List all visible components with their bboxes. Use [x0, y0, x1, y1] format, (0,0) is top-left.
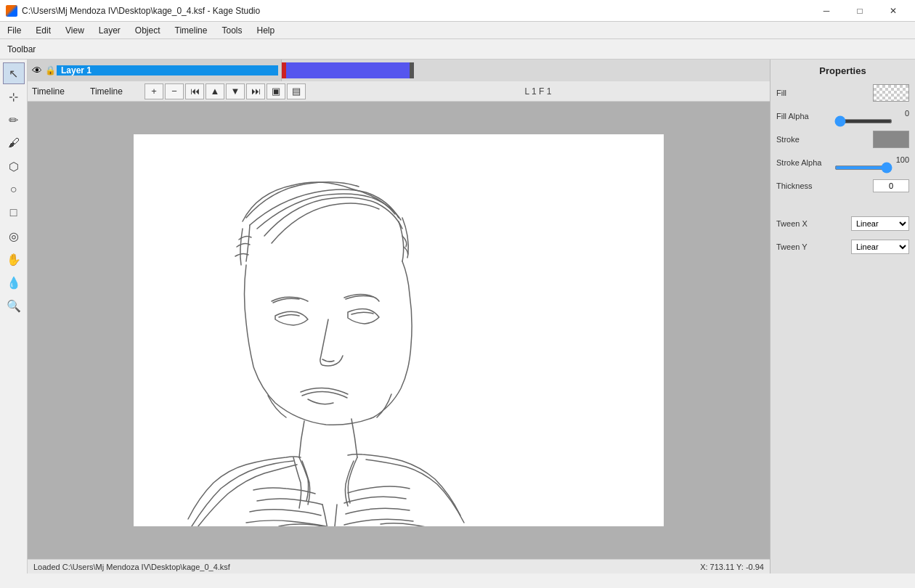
tween-x-select[interactable]: Linear Ease In Ease Out Ease In Out None [851, 216, 909, 231]
maximize-button[interactable]: □ [844, 0, 876, 22]
timeline-label: Timeline [28, 86, 86, 97]
stroke-alpha-slider[interactable] [834, 166, 892, 170]
stroke-alpha-label: Stroke Alpha [776, 158, 834, 167]
tween-y-label: Tween Y [776, 242, 834, 251]
fill-alpha-label: Fill Alpha [776, 112, 834, 121]
frame-marker [410, 62, 414, 78]
toolbar-label: Toolbar [3, 43, 40, 56]
tween-y-select[interactable]: Linear Ease In Ease Out Ease In Out None [851, 240, 909, 254]
menu-item-edit[interactable]: Edit [28, 22, 58, 38]
close-button[interactable]: ✕ [877, 0, 909, 22]
eyedropper-tool[interactable]: 💧 [3, 271, 25, 293]
tween-x-row: Tween X Linear Ease In Ease Out Ease In … [776, 214, 909, 233]
select-tool[interactable]: ↖ [3, 62, 25, 84]
timeline-controls: Timeline Timeline+−⏮▲▼⏭▣▤L 1 F 1 [28, 81, 770, 102]
layer-header: 👁 🔒 Layer 1 [28, 60, 282, 81]
prev-frame-btn[interactable]: ▲ [206, 83, 224, 99]
main-layout: ↖⊹✏🖌⬡○□◎✋💧🔍 👁 🔒 Layer 1 Timeline Timelin… [0, 60, 915, 573]
menu-item-tools[interactable]: Tools [214, 22, 249, 38]
canvas-area[interactable] [28, 102, 770, 559]
hand-tool[interactable]: ✋ [3, 248, 25, 270]
bucket-tool[interactable]: ⬡ [3, 155, 25, 177]
stroke-color-picker[interactable] [873, 131, 909, 148]
menu-item-object[interactable]: Object [128, 22, 168, 38]
timeline-track[interactable] [282, 60, 770, 81]
thickness-input[interactable] [873, 179, 909, 192]
menu-item-file[interactable]: File [0, 22, 28, 38]
ellipse-tool[interactable]: ○ [3, 179, 25, 200]
fill-alpha-slider[interactable] [834, 119, 892, 123]
last-frame-btn[interactable]: ⏭ [246, 83, 265, 99]
window-controls: ─ □ ✕ [810, 0, 909, 22]
properties-title: Properties [776, 65, 909, 76]
toolbar-area: Toolbar [0, 39, 915, 60]
tools-panel: ↖⊹✏🖌⬡○□◎✋💧🔍 [0, 60, 28, 573]
status-bar: Loaded C:\Users\Mj Mendoza IV\Desktop\ka… [28, 559, 770, 573]
layer-visibility-toggle[interactable]: 👁 [30, 64, 44, 77]
rect-tool[interactable]: □ [3, 202, 25, 224]
menu-bar: FileEditViewLayerObjectTimelineToolsHelp [0, 22, 915, 39]
timeline-header: 👁 🔒 Layer 1 [28, 60, 770, 81]
stroke-label: Stroke [776, 135, 834, 144]
layer-lock-toggle[interactable]: 🔒 [44, 64, 57, 77]
menu-item-layer[interactable]: Layer [92, 22, 128, 38]
frame-type-btn1[interactable]: ▣ [267, 83, 285, 99]
stroke-alpha-value: 100 [896, 155, 909, 164]
timeline-label: Timeline [86, 86, 144, 97]
fill-alpha-row: Fill Alpha 0 [776, 107, 909, 126]
tween-y-row: Tween Y Linear Ease In Ease Out Ease In … [776, 237, 909, 256]
menu-item-timeline[interactable]: Timeline [168, 22, 215, 38]
spiral-tool[interactable]: ◎ [3, 225, 25, 247]
status-text: Loaded C:\Users\Mj Mendoza IV\Desktop\ka… [33, 563, 700, 571]
layer-name[interactable]: Layer 1 [57, 65, 278, 75]
menu-item-help[interactable]: Help [249, 22, 282, 38]
frame-type-btn2[interactable]: ▤ [287, 83, 306, 99]
thickness-label: Thickness [776, 181, 834, 190]
stroke-alpha-row: Stroke Alpha 100 [776, 153, 909, 172]
fill-row: Fill [776, 83, 909, 102]
thickness-row: Thickness [776, 176, 909, 195]
fill-label: Fill [776, 89, 834, 97]
add-frame-btn[interactable]: + [145, 83, 163, 99]
menu-item-view[interactable]: View [58, 22, 92, 38]
title-bar: C:\Users\Mj Mendoza IV\Desktop\kage_0_4.… [0, 0, 915, 22]
minimize-button[interactable]: ─ [810, 0, 842, 22]
remove-frame-btn[interactable]: − [165, 83, 184, 99]
drawing-canvas [134, 134, 664, 526]
app-icon [6, 5, 17, 17]
pen-tool[interactable]: ✏ [3, 109, 25, 131]
properties-panel: Properties Fill Fill Alpha 0 Stroke [770, 60, 915, 573]
stroke-row: Stroke [776, 130, 909, 149]
transform-tool[interactable]: ⊹ [3, 86, 25, 107]
window-title: C:\Users\Mj Mendoza IV\Desktop\kage_0_4.… [22, 6, 810, 16]
fill-alpha-value: 0 [905, 109, 909, 118]
zoom-tool[interactable]: 🔍 [3, 295, 25, 317]
first-frame-btn[interactable]: ⏮ [185, 83, 204, 99]
center-area: 👁 🔒 Layer 1 Timeline Timeline+−⏮▲▼⏭▣▤L 1… [28, 60, 770, 573]
brush-tool[interactable]: 🖌 [3, 132, 25, 154]
frame-info: L 1 F 1 [306, 86, 770, 97]
next-frame-btn[interactable]: ▼ [226, 83, 245, 99]
fill-color-picker[interactable] [873, 84, 909, 102]
frame-blue [286, 62, 410, 78]
tween-x-label: Tween X [776, 219, 834, 228]
coord-text: X: 713.11 Y: -0.94 [700, 563, 764, 571]
